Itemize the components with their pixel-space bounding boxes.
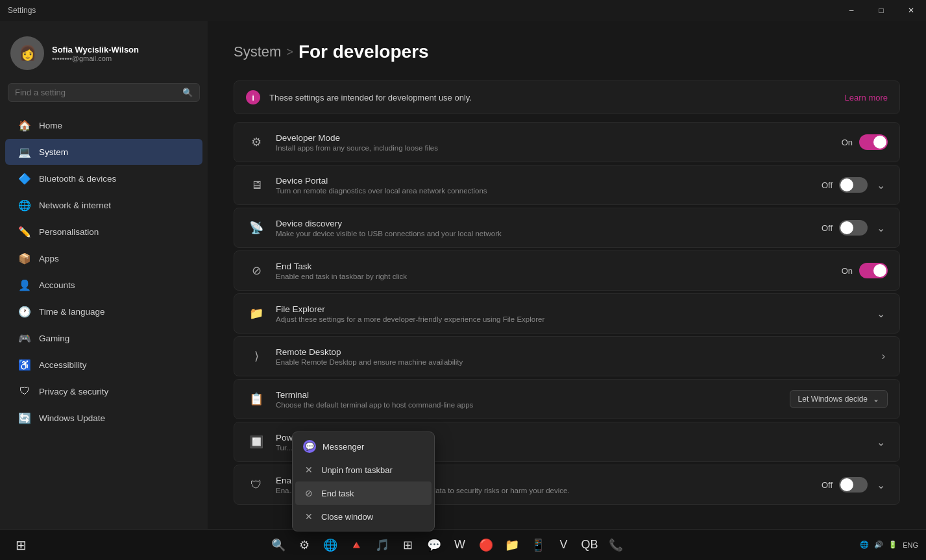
taskbar-app-spotify[interactable]: 🎵 <box>371 533 394 557</box>
sidebar-item-accounts[interactable]: 👤 Accounts <box>5 272 202 298</box>
arrow-btn-remote-desktop[interactable]: › <box>879 348 888 365</box>
context-menu-item-end-task[interactable]: ⊘ End task <box>295 481 432 505</box>
taskbar-app-whatsapp[interactable]: 📞 <box>604 533 627 557</box>
nav-label-system: System <box>39 147 68 157</box>
start-button[interactable]: ⊞ <box>8 532 34 558</box>
breadcrumb-parent[interactable]: System <box>234 43 281 60</box>
taskbar-app-phone[interactable]: 📱 <box>526 533 550 557</box>
nav-label-apps: Apps <box>39 254 59 263</box>
setting-row-device-portal[interactable]: 🖥 Device Portal Turn on remote diagnosti… <box>234 165 900 205</box>
window-title: Settings <box>8 6 36 15</box>
search-icon: 🔍 <box>182 88 193 97</box>
sidebar-item-system[interactable]: 💻 System <box>5 139 202 165</box>
taskbar-sound-icon[interactable]: 🔊 <box>874 541 883 549</box>
learn-more-link[interactable]: Learn more <box>845 93 888 103</box>
toggle-device-discovery[interactable] <box>839 220 868 236</box>
app-container: 👩 Sofia Wycislik-Wilson ••••••••@gmail.c… <box>0 21 926 560</box>
setting-title-device-portal: Device Portal <box>276 176 822 186</box>
dropdown-chevron-terminal: ⌄ <box>873 395 879 404</box>
chevron-btn-device-discovery[interactable]: ⌄ <box>874 219 888 237</box>
toggle-developer-mode[interactable] <box>859 134 888 150</box>
sidebar-item-personalisation[interactable]: ✏️ Personalisation <box>5 219 202 245</box>
taskbar-app-word[interactable]: W <box>448 533 472 557</box>
toggle-label-end-task: On <box>842 266 853 276</box>
user-info: Sofia Wycislik-Wilson ••••••••@gmail.com <box>52 45 139 62</box>
taskbar-app-search[interactable]: 🔍 <box>267 533 290 557</box>
setting-desc-developer-mode: Install apps from any source, including … <box>276 144 842 152</box>
setting-title-developer-mode: Developer Mode <box>276 133 842 143</box>
minimize-button[interactable]: – <box>836 0 866 21</box>
sidebar-item-network[interactable]: 🌐 Network & internet <box>5 192 202 218</box>
setting-control-terminal: Let Windows decide ⌄ <box>790 390 888 408</box>
setting-row-terminal[interactable]: 📋 Terminal Choose the default terminal a… <box>234 379 900 419</box>
setting-row-remote-desktop[interactable]: ⟩ Remote Desktop Enable Remote Desktop a… <box>234 336 900 376</box>
taskbar-app-messenger[interactable]: 💬 <box>422 533 446 557</box>
sidebar-item-home[interactable]: 🏠 Home <box>5 112 202 138</box>
nav-icon-gaming: 🎮 <box>18 332 31 345</box>
chevron-btn-powershell[interactable]: ⌄ <box>874 433 888 451</box>
context-item-label-close: Close window <box>321 512 373 522</box>
setting-row-developer-mode[interactable]: ⚙ Developer Mode Install apps from any s… <box>234 122 900 162</box>
context-item-label-unpin: Unpin from taskbar <box>321 465 393 475</box>
context-menu-app-name: Messenger <box>323 442 364 452</box>
taskbar-app-qb[interactable]: QB <box>578 533 602 557</box>
nav-icon-personalisation: ✏️ <box>18 225 31 238</box>
search-input[interactable] <box>15 88 177 97</box>
setting-row-file-explorer[interactable]: 📁 File Explorer Adjust these settings fo… <box>234 293 900 334</box>
user-profile[interactable]: 👩 Sofia Wycislik-Wilson ••••••••@gmail.c… <box>0 29 208 83</box>
taskbar-app-settings[interactable]: ⚙ <box>293 533 316 557</box>
sidebar-item-gaming[interactable]: 🎮 Gaming <box>5 325 202 351</box>
setting-control-remote-desktop: › <box>879 348 888 365</box>
context-item-icon-end-task: ⊘ <box>303 487 315 499</box>
taskbar-app-logo-v[interactable]: V <box>552 533 576 557</box>
taskbar-app-grid[interactable]: ⊞ <box>396 533 420 557</box>
sidebar-item-bluetooth[interactable]: 🔷 Bluetooth & devices <box>5 165 202 191</box>
sidebar-item-apps[interactable]: 📦 Apps <box>5 245 202 271</box>
nav-label-bluetooth: Bluetooth & devices <box>39 174 116 184</box>
chevron-btn-device-portal[interactable]: ⌄ <box>874 177 888 194</box>
sidebar-item-accessibility[interactable]: ♿ Accessibility <box>5 352 202 378</box>
taskbar-battery-icon[interactable]: 🔋 <box>888 541 897 549</box>
chevron-btn-file-explorer[interactable]: ⌄ <box>874 305 888 323</box>
setting-text-terminal: Terminal Choose the default terminal app… <box>276 390 790 409</box>
nav-label-privacy: Privacy & security <box>39 387 108 396</box>
close-button[interactable]: ✕ <box>896 0 926 21</box>
sidebar-nav: 🏠 Home 💻 System 🔷 Bluetooth & devices 🌐 … <box>0 112 208 431</box>
nav-label-time: Time & language <box>39 307 105 317</box>
info-icon: i <box>246 90 260 104</box>
setting-row-end-task[interactable]: ⊘ End Task Enable end task in taskbar by… <box>234 250 900 291</box>
setting-title-terminal: Terminal <box>276 390 790 400</box>
taskbar-app-edge[interactable]: 🌐 <box>319 533 342 557</box>
info-banner: i These settings are intended for develo… <box>234 80 900 114</box>
setting-title-file-explorer: File Explorer <box>276 304 874 314</box>
sidebar-item-time[interactable]: 🕐 Time & language <box>5 298 202 324</box>
chevron-btn-enable-security[interactable]: ⌄ <box>874 476 888 494</box>
toggle-label-device-discovery: Off <box>822 223 833 233</box>
toggle-label-enable-security: Off <box>822 480 833 490</box>
dropdown-terminal[interactable]: Let Windows decide ⌄ <box>790 390 888 408</box>
toggle-enable-security[interactable] <box>839 477 868 493</box>
toggle-device-portal[interactable] <box>839 177 868 193</box>
toggle-label-developer-mode: On <box>842 138 853 147</box>
sidebar-item-privacy[interactable]: 🛡 Privacy & security <box>5 378 202 404</box>
nav-label-accounts: Accounts <box>39 280 75 290</box>
setting-icon-developer-mode: ⚙ <box>246 132 267 152</box>
taskbar-lang[interactable]: ENG <box>903 541 918 549</box>
search-box[interactable]: 🔍 <box>8 83 200 102</box>
maximize-button[interactable]: □ <box>866 0 896 21</box>
context-menu-header: 💬 Messenger <box>295 435 432 458</box>
titlebar: Settings – □ ✕ <box>0 0 926 21</box>
taskbar-app-folder[interactable]: 📁 <box>500 533 524 557</box>
sidebar-item-update[interactable]: 🔄 Windows Update <box>5 405 202 431</box>
taskbar-network-icon[interactable]: 🌐 <box>860 541 869 549</box>
info-text: These settings are intended for developm… <box>269 93 836 103</box>
toggle-end-task[interactable] <box>859 263 888 278</box>
taskbar-app-chrome[interactable]: 🔴 <box>474 533 498 557</box>
context-menu-item-close[interactable]: ✕ Close window <box>295 505 432 528</box>
setting-desc-remote-desktop: Enable Remote Desktop and ensure machine… <box>276 358 879 366</box>
toggle-label-device-portal: Off <box>822 180 833 190</box>
nav-icon-network: 🌐 <box>18 199 31 212</box>
context-menu-item-unpin[interactable]: ✕ Unpin from taskbar <box>295 458 432 481</box>
setting-row-device-discovery[interactable]: 📡 Device discovery Make your device visi… <box>234 208 900 248</box>
taskbar-app-vlc[interactable]: 🔺 <box>345 533 368 557</box>
